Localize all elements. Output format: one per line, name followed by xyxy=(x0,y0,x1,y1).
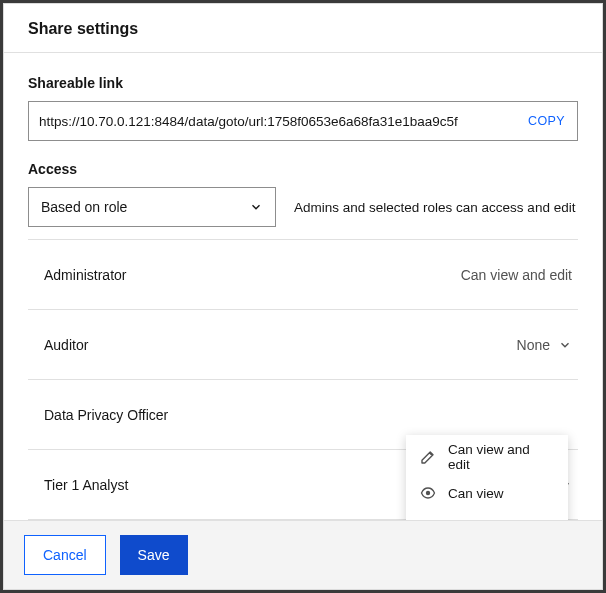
modal-header: Share settings xyxy=(4,4,602,53)
role-name: Data Privacy Officer xyxy=(44,407,168,423)
chevron-down-icon xyxy=(558,338,572,352)
role-row-auditor: Auditor None xyxy=(28,310,578,380)
permission-option-label: Can view xyxy=(448,486,504,501)
modal-title: Share settings xyxy=(28,20,578,38)
role-name: Administrator xyxy=(44,267,126,283)
access-mode-select[interactable]: Based on role xyxy=(28,187,276,227)
permission-option-can-view-and-edit[interactable]: Can view and edit xyxy=(406,439,568,475)
cancel-button[interactable]: Cancel xyxy=(24,535,106,575)
role-name: Auditor xyxy=(44,337,88,353)
save-button[interactable]: Save xyxy=(120,535,188,575)
pencil-icon xyxy=(420,449,436,465)
permission-menu: Can view and edit Can view None xyxy=(406,435,568,520)
eye-icon xyxy=(420,485,436,501)
role-permission-dropdown[interactable]: None xyxy=(517,337,572,353)
access-row: Based on role Admins and selected roles … xyxy=(28,187,578,227)
permission-option-none[interactable]: None xyxy=(406,511,568,520)
role-permission: Can view and edit xyxy=(461,267,572,283)
shareable-link-label: Shareable link xyxy=(28,75,578,91)
permission-option-label: Can view and edit xyxy=(448,442,554,472)
access-description: Admins and selected roles can access and… xyxy=(294,200,578,215)
role-name: Tier 1 Analyst xyxy=(44,477,128,493)
copy-button[interactable]: COPY xyxy=(520,114,577,128)
chevron-down-icon xyxy=(249,200,263,214)
shareable-link-input[interactable] xyxy=(29,102,520,140)
access-label: Access xyxy=(28,161,578,177)
permission-option-can-view[interactable]: Can view xyxy=(406,475,568,511)
role-row-administrator: Administrator Can view and edit xyxy=(28,240,578,310)
access-mode-value: Based on role xyxy=(41,199,127,215)
svg-point-0 xyxy=(426,491,430,495)
share-settings-modal: Share settings Shareable link COPY Acces… xyxy=(3,3,603,590)
modal-body-wrap: Shareable link COPY Access Based on role… xyxy=(4,53,602,520)
modal-footer: Cancel Save xyxy=(4,520,602,589)
shareable-link-field: COPY xyxy=(28,101,578,141)
